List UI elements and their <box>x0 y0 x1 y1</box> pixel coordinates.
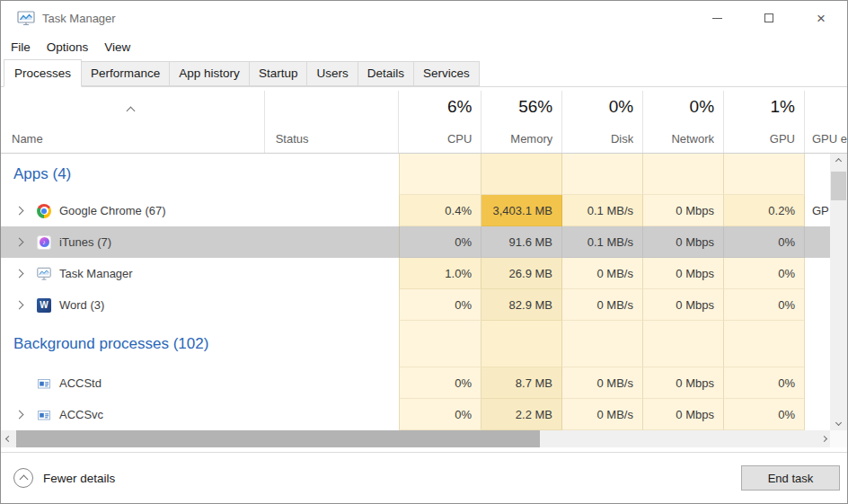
column-header-name[interactable]: Name <box>1 91 264 153</box>
column-header-network[interactable]: 0%Network <box>642 91 723 153</box>
group-label: Apps (4) <box>1 154 71 195</box>
footer-row: Fewer details End task <box>1 453 847 503</box>
music-note-icon: ♪ <box>40 237 49 247</box>
chevron-right-icon <box>14 411 23 420</box>
cell-memory: 26.9 MB <box>481 258 562 289</box>
menu-item-options[interactable]: Options <box>39 35 97 58</box>
sort-ascending-icon <box>128 102 134 118</box>
cell-network: 0 Mbps <box>643 258 724 289</box>
column-header-label: GPU e <box>812 132 847 146</box>
column-header-disk[interactable]: 0%Disk <box>561 91 642 153</box>
process-list: Apps (4)Google Chrome (67)0.4%3,403.1 MB… <box>1 154 832 430</box>
maximize-button[interactable] <box>743 1 795 35</box>
cell-disk: 0 MB/s <box>562 289 643 321</box>
scroll-up-button[interactable] <box>830 154 847 169</box>
cell-cpu: 0% <box>399 226 481 258</box>
column-header-label: Memory <box>510 132 552 146</box>
column-header-label: CPU <box>447 132 472 146</box>
horizontal-scrollbar[interactable] <box>1 430 832 447</box>
column-header-cpu[interactable]: 6%CPU <box>398 91 481 153</box>
tab-users[interactable]: Users <box>306 61 358 86</box>
process-row-google-chrome-67[interactable]: Google Chrome (67)0.4%3,403.1 MB0.1 MB/s… <box>1 195 832 226</box>
status-cell <box>264 154 399 195</box>
title-bar: Task Manager × <box>1 1 847 35</box>
vertical-scrollbar-thumb[interactable] <box>831 172 846 200</box>
expand-button[interactable] <box>12 411 26 418</box>
group-header-row-apps-4[interactable]: Apps (4) <box>1 154 832 195</box>
process-row-task-manager[interactable]: Task Manager1.0%26.9 MB0 MB/s0 Mbps0% <box>1 258 832 289</box>
vertical-scrollbar[interactable] <box>830 154 847 430</box>
cell-gpu: 0% <box>724 399 805 430</box>
process-row-itunes-7[interactable]: ♪iTunes (7)0%91.6 MB0.1 MB/s0 Mbps0% <box>1 226 832 258</box>
group-header-row-background-processes-102[interactable]: Background processes (102) <box>1 321 832 367</box>
cell-disk: 0 MB/s <box>562 258 643 289</box>
chevron-up-icon <box>19 474 28 483</box>
column-header-status[interactable]: Status <box>264 91 399 153</box>
expand-button[interactable] <box>12 208 26 214</box>
cell-disk: 0.1 MB/s <box>562 226 643 258</box>
chevron-left-icon <box>5 436 12 442</box>
cell-gpu-engine <box>805 367 832 399</box>
expand-button[interactable] <box>12 302 26 308</box>
column-header-gpu_engine[interactable]: GPU e <box>804 91 847 153</box>
minimize-icon <box>712 18 722 19</box>
fewer-details-toggle[interactable]: Fewer details <box>13 468 115 488</box>
task-manager-icon <box>17 11 35 26</box>
expand-button[interactable] <box>12 239 26 245</box>
menu-item-view[interactable]: View <box>96 35 138 58</box>
minimize-button[interactable] <box>691 1 743 35</box>
tab-app-history[interactable]: App history <box>169 61 250 86</box>
process-row-accstd[interactable]: ACCStd0%8.7 MB0 MB/s0 Mbps0% <box>1 367 832 399</box>
itunes-icon: ♪ <box>37 235 51 250</box>
collapse-circle-icon <box>13 468 33 488</box>
column-header-label: GPU <box>770 132 795 146</box>
gpu-engine-cell <box>805 154 832 195</box>
column-header-gpu[interactable]: 1%GPU <box>723 91 804 153</box>
scroll-down-button[interactable] <box>830 415 847 430</box>
cell-memory: 2.2 MB <box>481 399 562 430</box>
tab-processes[interactable]: Processes <box>4 59 82 87</box>
process-row-accsvc[interactable]: ACCSvc0%2.2 MB0 MB/s0 Mbps0% <box>1 399 832 430</box>
generic-icon <box>37 376 51 391</box>
cell-disk: 0 MB/s <box>562 399 643 430</box>
end-task-button[interactable]: End task <box>741 465 840 491</box>
close-icon: × <box>817 11 826 26</box>
close-button[interactable]: × <box>795 1 847 35</box>
cell-gpu: 0% <box>724 258 805 289</box>
cell-gpu-engine <box>805 289 832 321</box>
tab-performance[interactable]: Performance <box>81 61 170 86</box>
column-header-memory[interactable]: 56%Memory <box>481 91 561 153</box>
tab-services[interactable]: Services <box>413 61 480 86</box>
chrome-icon <box>37 204 51 218</box>
column-header-label: Disk <box>611 132 633 146</box>
cell-cpu: 0.4% <box>399 195 481 226</box>
status-cell <box>264 226 399 258</box>
horizontal-scrollbar-thumb[interactable] <box>16 430 540 447</box>
heat-cell-disk <box>562 321 643 367</box>
cell-gpu-engine <box>805 258 832 289</box>
status-cell <box>264 399 399 430</box>
status-cell <box>264 258 399 289</box>
scroll-left-button[interactable] <box>1 430 16 447</box>
cell-memory: 8.7 MB <box>481 367 562 399</box>
status-cell <box>264 321 399 367</box>
column-header-label: Network <box>671 132 714 146</box>
chevron-right-icon <box>821 436 827 442</box>
process-name: ACCSvc <box>59 408 103 421</box>
cell-network: 0 Mbps <box>643 289 724 321</box>
column-header-label: Name <box>12 132 264 146</box>
process-name: Word (3) <box>59 298 104 312</box>
process-row-word-3[interactable]: Word (3)0%82.9 MB0 MB/s0 Mbps0% <box>1 289 832 321</box>
cell-gpu: 0% <box>724 226 805 258</box>
tab-details[interactable]: Details <box>358 61 414 86</box>
menu-item-file[interactable]: File <box>3 35 39 58</box>
cell-memory: 3,403.1 MB <box>481 195 562 226</box>
cell-gpu-engine: GP <box>805 195 832 226</box>
status-cell <box>264 195 399 226</box>
expand-button[interactable] <box>12 270 26 277</box>
process-name-cell: ♪iTunes (7) <box>1 226 264 258</box>
process-name-cell: ACCSvc <box>1 399 264 430</box>
chevron-up-icon <box>835 158 842 164</box>
tab-startup[interactable]: Startup <box>249 61 308 86</box>
footer-bar: Fewer details End task <box>1 447 847 503</box>
